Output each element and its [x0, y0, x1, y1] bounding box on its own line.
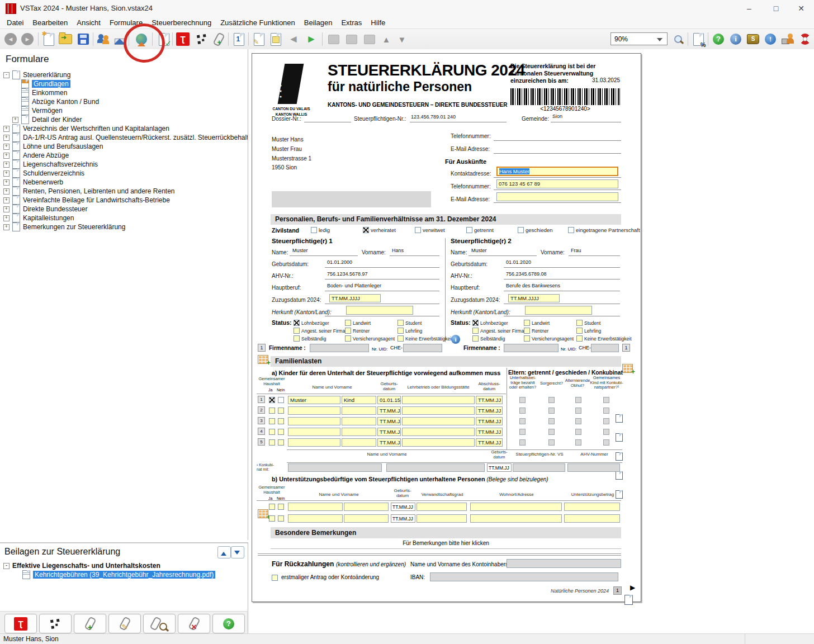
kk-vorname-input[interactable]: [386, 463, 485, 472]
child4-konkubinat-checkbox[interactable]: [603, 429, 609, 435]
child1-unterhalt-checkbox[interactable]: [519, 397, 526, 403]
p1-ahv-value[interactable]: 756.1234.5678.97: [327, 271, 368, 277]
child5-konkubinat-checkbox[interactable]: [603, 439, 609, 446]
forward-icon[interactable]: ►: [20, 32, 35, 46]
attachment-delete-button[interactable]: ×: [178, 614, 210, 633]
child2-lehr-input[interactable]: [402, 406, 475, 415]
percent-document-icon[interactable]: %: [691, 32, 706, 46]
menu-datei[interactable]: Datei: [2, 18, 28, 27]
tree-item-vermoegen[interactable]: Vermögen: [0, 106, 248, 115]
support2-nein-checkbox[interactable]: [278, 515, 284, 522]
child3-konkubinat-checkbox[interactable]: [603, 418, 609, 424]
p2-cb-keine[interactable]: [576, 335, 583, 342]
globe-alert-icon[interactable]: !: [763, 32, 778, 46]
menu-ansicht[interactable]: Ansicht: [72, 18, 105, 27]
tree-item-liegenschaften[interactable]: +Liegenschaftsverzeichnis: [0, 160, 248, 169]
p1-vorname-value[interactable]: Hans: [392, 248, 404, 253]
child1-name-input[interactable]: Muster: [288, 396, 340, 404]
tree-item-nebenerwerb[interactable]: +Nebenerwerb: [0, 178, 248, 187]
child1-vorname-input[interactable]: Kind: [342, 396, 376, 404]
p1-uid-input[interactable]: [403, 344, 442, 352]
child5-obhut-checkbox[interactable]: [575, 439, 581, 446]
p2-geb-value[interactable]: 01.01.2020: [506, 259, 531, 265]
child3-nein-checkbox[interactable]: [278, 418, 284, 424]
support1-verwandt-input[interactable]: [417, 503, 467, 511]
email2-input[interactable]: [496, 192, 618, 201]
child5-sorgerecht-checkbox[interactable]: [548, 439, 555, 446]
support1-wohnort-input[interactable]: [470, 503, 562, 511]
p1-geb-value[interactable]: 01.01.2000: [327, 259, 352, 265]
child4-sorgerecht-checkbox[interactable]: [548, 429, 555, 435]
tree-item-loehne[interactable]: +Löhne und Berufsauslagen: [0, 142, 248, 151]
qr-scanner-icon[interactable]: [195, 32, 209, 46]
tree-item-landwirtschaft[interactable]: +Vereinfachte Beilage für Landwirtschaft…: [0, 196, 248, 205]
child5-name-input[interactable]: [288, 438, 340, 447]
support1-name-input[interactable]: [288, 503, 343, 511]
menu-steuerberechnung[interactable]: Steuerberechnung: [147, 18, 216, 27]
p2-cb-lehrling[interactable]: [576, 328, 583, 334]
refund-first-checkbox[interactable]: [272, 575, 278, 581]
move-down-icon[interactable]: ▼: [395, 32, 409, 46]
child1-lehr-input[interactable]: [402, 396, 475, 404]
tree-item-grundlagen[interactable]: Grundlagen: [0, 79, 248, 88]
attachment-edit-button[interactable]: ✎: [108, 614, 141, 633]
child4-vorname-input[interactable]: [342, 428, 376, 436]
move-attachment-down-button[interactable]: [231, 546, 244, 558]
support1-betrag-input[interactable]: [564, 503, 620, 511]
support2-wohnort-input[interactable]: [470, 514, 562, 523]
info-badge-icon[interactable]: i: [451, 335, 460, 344]
support2-ja-checkbox[interactable]: [269, 515, 275, 522]
refund-holder-input[interactable]: [507, 559, 621, 568]
support2-name-input[interactable]: [288, 514, 343, 523]
p2-cb-angest[interactable]: [472, 328, 479, 334]
p1-name-value[interactable]: Muster: [292, 248, 308, 253]
child5-vorname-input[interactable]: [342, 438, 376, 447]
child4-obhut-checkbox[interactable]: [575, 429, 581, 435]
check-document-icon[interactable]: ✓: [157, 32, 171, 46]
child5-lehr-input[interactable]: [402, 438, 475, 447]
attachment-add-button[interactable]: +: [74, 614, 106, 633]
child1-abschluss-input[interactable]: TT.MM.JJ: [476, 396, 503, 404]
p1-cb-student[interactable]: [397, 320, 404, 326]
tree-item-wertschriften[interactable]: +Verzeichnis der Wertschriften und Kapit…: [0, 124, 248, 133]
child4-unterhalt-checkbox[interactable]: [519, 429, 526, 435]
child4-nein-checkbox[interactable]: [278, 429, 284, 435]
attachment-view-button[interactable]: [143, 614, 176, 633]
support2-betrag-input[interactable]: [564, 514, 620, 523]
minimize-button[interactable]: –: [736, 0, 762, 17]
p1-firmen-input[interactable]: [310, 344, 369, 352]
p1-cb-landwirt[interactable]: [345, 320, 351, 326]
edit-document-icon[interactable]: ✎: [252, 32, 266, 46]
tree-item-da1[interactable]: +DA-1/R-US Antrag ausl. Quellensteuern/R…: [0, 133, 248, 142]
cb-verheiratet[interactable]: [363, 227, 369, 233]
p2-firmen-input[interactable]: [504, 344, 559, 352]
kk-geb-input[interactable]: TT.MM.JJ: [487, 463, 512, 472]
remarks-doc-icon[interactable]: [624, 595, 633, 605]
menu-bearbeiten[interactable]: Bearbeiten: [28, 18, 72, 27]
kk-name-input[interactable]: [288, 463, 382, 472]
child4-geb-input[interactable]: TT.MM.JJ: [377, 428, 401, 436]
support-icon[interactable]: [780, 32, 795, 46]
child2-obhut-checkbox[interactable]: [575, 408, 581, 414]
tree-item-abzuege[interactable]: Abzüge Kanton / Bund: [0, 97, 248, 106]
support1-geb-input[interactable]: TT.MM.JJ: [391, 503, 415, 511]
p2-zuzug-input[interactable]: TT.MM.JJJJ: [508, 294, 560, 302]
move-up-icon[interactable]: ▲: [379, 32, 394, 46]
child3-ja-checkbox[interactable]: [269, 418, 275, 424]
support1-nein-checkbox[interactable]: [278, 504, 284, 510]
next-page-icon[interactable]: ▶: [630, 584, 635, 591]
child5-geb-input[interactable]: TT.MM.JJ: [377, 438, 401, 447]
maximize-button[interactable]: □: [763, 0, 789, 17]
p2-uid-input[interactable]: [591, 344, 619, 352]
tax-book-icon[interactable]: S: [746, 32, 760, 46]
child2-unterhalt-checkbox[interactable]: [519, 408, 526, 414]
p1-zuzug-input[interactable]: TT.MM.JJJJ: [329, 294, 381, 302]
child1-geb-input[interactable]: 01.01.15: [377, 396, 401, 404]
child2-ja-checkbox[interactable]: [269, 408, 275, 414]
child5-nein-checkbox[interactable]: [278, 439, 284, 446]
cb-verwitwet[interactable]: [415, 227, 421, 233]
child3-geb-input[interactable]: TT.MM.JJ: [377, 417, 401, 425]
new-document-icon[interactable]: ✱: [41, 32, 56, 46]
tree-item-steuererklaerung[interactable]: -Steuererklärung: [0, 70, 248, 79]
p2-cb-selbstaendig[interactable]: [472, 335, 479, 342]
